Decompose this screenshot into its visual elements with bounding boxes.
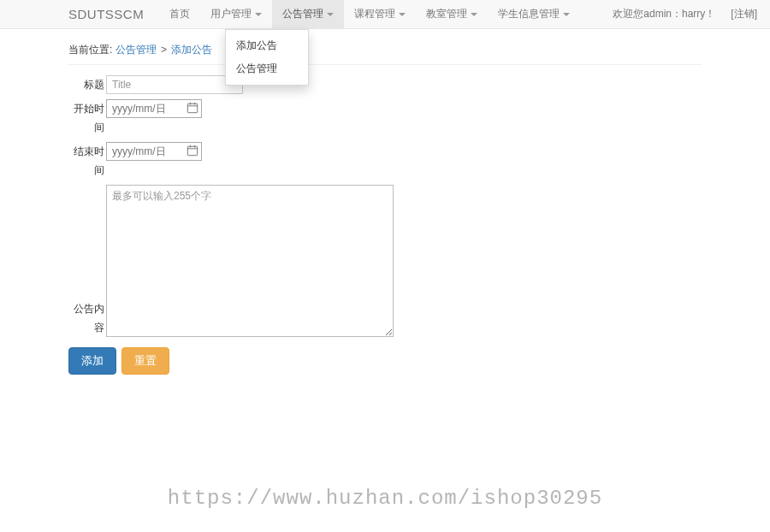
nav-right: 欢迎您admin：harry！ [注销] bbox=[613, 7, 757, 21]
row-end-time: 结束时间 bbox=[68, 142, 702, 180]
submit-button[interactable]: 添加 bbox=[68, 347, 116, 375]
caret-icon bbox=[563, 13, 570, 16]
title-input[interactable] bbox=[106, 75, 243, 94]
start-date-wrap bbox=[106, 99, 202, 118]
nav-item-classroom-mgmt[interactable]: 教室管理 bbox=[416, 0, 488, 28]
row-content: 公告内容 bbox=[68, 185, 702, 337]
reset-button[interactable]: 重置 bbox=[121, 347, 169, 375]
announcement-dropdown: 添加公告 公告管理 bbox=[225, 29, 309, 86]
watermark-text: https://www.huzhan.com/ishop30295 bbox=[168, 487, 602, 510]
menu-item-announcement-mgmt[interactable]: 公告管理 bbox=[226, 57, 308, 80]
caret-icon bbox=[255, 13, 262, 16]
nav-item-label: 首页 bbox=[169, 7, 190, 21]
caret-icon bbox=[399, 13, 406, 16]
content-textarea[interactable] bbox=[106, 185, 394, 337]
end-date-input[interactable] bbox=[106, 142, 202, 161]
brand: SDUTSSCM bbox=[68, 7, 144, 21]
nav-item-announcement-mgmt[interactable]: 公告管理 bbox=[272, 0, 344, 28]
nav-item-label: 用户管理 bbox=[210, 7, 252, 21]
main-container: 当前位置: 公告管理 > 添加公告 标题 开始时间 结束时间 bbox=[0, 29, 770, 375]
nav-item-label: 公告管理 bbox=[282, 7, 323, 21]
logout-link[interactable]: [注销] bbox=[731, 7, 757, 21]
breadcrumb-sep: > bbox=[161, 44, 167, 56]
menu-item-add-announcement[interactable]: 添加公告 bbox=[226, 34, 308, 57]
breadcrumb-page[interactable]: 添加公告 bbox=[171, 44, 212, 56]
row-title: 标题 bbox=[68, 75, 702, 94]
welcome-text: 欢迎您admin：harry！ bbox=[613, 7, 715, 21]
label-content: 公告内容 bbox=[68, 299, 106, 337]
button-row: 添加 重置 bbox=[68, 347, 702, 375]
label-end-time: 结束时间 bbox=[68, 142, 106, 180]
label-start-time: 开始时间 bbox=[68, 99, 106, 137]
end-date-wrap bbox=[106, 142, 202, 161]
breadcrumb-section[interactable]: 公告管理 bbox=[116, 44, 157, 56]
breadcrumb: 当前位置: 公告管理 > 添加公告 bbox=[68, 38, 702, 65]
label-title: 标题 bbox=[68, 75, 106, 94]
navbar: SDUTSSCM 首页 用户管理 公告管理 课程管理 教室管理 学生信息管理 欢… bbox=[0, 0, 770, 29]
nav-item-label: 课程管理 bbox=[354, 7, 395, 21]
start-date-input[interactable] bbox=[106, 99, 202, 118]
nav-item-label: 学生信息管理 bbox=[498, 7, 560, 21]
breadcrumb-prefix: 当前位置: bbox=[68, 44, 112, 56]
caret-icon bbox=[471, 13, 477, 16]
row-start-time: 开始时间 bbox=[68, 99, 702, 137]
nav-item-course-mgmt[interactable]: 课程管理 bbox=[344, 0, 416, 28]
nav-item-label: 教室管理 bbox=[426, 7, 467, 21]
nav-item-home[interactable]: 首页 bbox=[159, 0, 200, 28]
caret-icon bbox=[327, 13, 334, 16]
nav-item-student-info-mgmt[interactable]: 学生信息管理 bbox=[488, 0, 580, 28]
announcement-form: 标题 开始时间 结束时间 bbox=[68, 75, 702, 375]
nav-menu: 首页 用户管理 公告管理 课程管理 教室管理 学生信息管理 bbox=[159, 0, 580, 28]
nav-item-user-mgmt[interactable]: 用户管理 bbox=[200, 0, 272, 28]
